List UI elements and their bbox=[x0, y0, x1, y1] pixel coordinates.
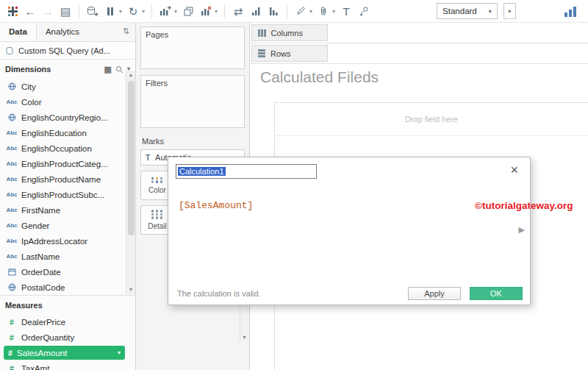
toolbar-separator bbox=[79, 4, 79, 18]
new-datasource-icon[interactable] bbox=[86, 4, 99, 18]
field-label: PostalCode bbox=[21, 283, 65, 292]
pane-swap-icon[interactable]: ⇅ bbox=[123, 23, 135, 41]
new-worksheet-caret-icon[interactable]: ▾ bbox=[174, 8, 177, 15]
database-icon bbox=[5, 46, 14, 55]
field-row[interactable]: Abc LastName bbox=[0, 249, 135, 264]
field-row[interactable]: Abc EnglishProductName bbox=[0, 171, 135, 187]
abc-icon: Abc bbox=[7, 99, 17, 105]
chevron-down-icon[interactable]: ▾ bbox=[118, 349, 121, 356]
swap-rows-columns-icon[interactable]: ⇄ bbox=[232, 4, 245, 18]
field-row[interactable]: OrderDate bbox=[0, 264, 135, 280]
show-me-icon[interactable] bbox=[564, 5, 576, 17]
main-toolbar: ← → ▤ ▾ ↻ ▾ ▾ ▾ ⇄ ▾ ▾ T Standard ▾ ▾ bbox=[0, 0, 588, 23]
sort-descending-icon[interactable] bbox=[267, 4, 280, 18]
field-row[interactable]: # OrderQuantity bbox=[0, 330, 135, 345]
globe-icon bbox=[7, 82, 17, 90]
field-row[interactable]: Abc Color bbox=[0, 94, 135, 110]
new-worksheet-icon[interactable] bbox=[159, 4, 172, 18]
field-label: LastName bbox=[21, 252, 60, 261]
pages-label: Pages bbox=[146, 30, 168, 39]
scroll-up-icon[interactable]: ▲ bbox=[129, 71, 134, 79]
columns-label-text: Columns bbox=[271, 29, 303, 38]
scrollbar-thumb[interactable] bbox=[128, 81, 135, 235]
group-members-caret-icon[interactable]: ▾ bbox=[332, 8, 335, 15]
show-mark-labels-icon[interactable]: T bbox=[340, 4, 353, 18]
view-as-grid-icon[interactable]: ▦ bbox=[104, 65, 112, 74]
formula-editor[interactable]: [SalesAmount] bbox=[179, 200, 253, 211]
field-row[interactable]: # TaxAmt bbox=[0, 360, 135, 370]
field-row[interactable]: Abc FirstName bbox=[0, 202, 135, 218]
datasource-label: Custom SQL Query (Ad... bbox=[18, 46, 110, 55]
marks-card-label: Marks bbox=[140, 134, 245, 149]
apply-button[interactable]: Apply bbox=[408, 287, 461, 300]
field-row[interactable]: PostalCode bbox=[0, 280, 135, 295]
field-row[interactable]: Abc IpAddressLocator bbox=[0, 233, 135, 249]
sheet-title: Calculated Fileds bbox=[260, 68, 379, 86]
field-row[interactable]: Abc Gender bbox=[0, 218, 135, 233]
fields-scrollbar[interactable]: ▲ ▼ bbox=[126, 71, 135, 294]
abc-icon: Abc bbox=[7, 160, 17, 167]
tab-analytics[interactable]: Analytics bbox=[37, 23, 88, 41]
tab-data[interactable]: Data bbox=[0, 23, 37, 41]
find-field-icon[interactable] bbox=[115, 65, 123, 74]
pause-updates-icon[interactable] bbox=[104, 4, 117, 18]
dialog-buttons: Apply OK bbox=[408, 287, 523, 300]
clear-sheet-icon[interactable] bbox=[199, 4, 212, 18]
data-pane: Data Analytics ⇅ Custom SQL Query (Ad...… bbox=[0, 23, 136, 370]
ok-button[interactable]: OK bbox=[470, 287, 523, 300]
pause-updates-caret-icon[interactable]: ▾ bbox=[119, 8, 122, 15]
color-dots-icon bbox=[151, 177, 164, 183]
number-icon: # bbox=[7, 364, 17, 370]
duplicate-sheet-icon[interactable] bbox=[182, 4, 195, 18]
text-mark-icon: T bbox=[146, 154, 150, 162]
measures-header: Measures bbox=[0, 295, 135, 314]
formula-text: [SalesAmount] bbox=[179, 200, 253, 211]
rows-shelf[interactable]: Rows bbox=[250, 43, 588, 64]
abc-icon: Abc bbox=[7, 145, 17, 152]
calculation-name-input[interactable]: Calculation1 bbox=[176, 164, 317, 179]
filters-shelf[interactable]: Filters bbox=[140, 75, 245, 128]
selected-field-pill[interactable]: # SalesAmount ▾ bbox=[4, 346, 125, 360]
watermark-text: ©tutorialgateway.org bbox=[475, 200, 573, 211]
field-row[interactable]: Abc EnglishProductSubc... bbox=[0, 187, 135, 202]
number-icon: # bbox=[7, 333, 17, 342]
toolbar-separator bbox=[224, 4, 225, 18]
highlight-icon[interactable] bbox=[294, 4, 307, 18]
redo-icon[interactable]: → bbox=[41, 4, 54, 18]
abc-icon: Abc bbox=[7, 238, 17, 244]
close-icon[interactable]: × bbox=[510, 163, 518, 177]
calculation-editor-dialog: Calculation1 × [SalesAmount] ▶ The calcu… bbox=[168, 157, 531, 305]
group-members-icon[interactable] bbox=[317, 4, 330, 18]
fix-axes-icon[interactable] bbox=[357, 4, 370, 18]
field-row[interactable]: City bbox=[0, 79, 135, 94]
clear-sheet-caret-icon[interactable]: ▾ bbox=[215, 8, 218, 15]
field-row[interactable]: EnglishCountryRegio... bbox=[0, 110, 135, 125]
run-update-caret-icon[interactable]: ▾ bbox=[142, 8, 145, 15]
run-update-icon[interactable]: ↻ bbox=[126, 4, 140, 18]
tableau-logo-icon[interactable] bbox=[6, 4, 19, 18]
rows-icon bbox=[258, 49, 265, 57]
save-icon[interactable]: ▤ bbox=[59, 4, 72, 18]
datasource-item[interactable]: Custom SQL Query (Ad... bbox=[0, 42, 135, 60]
fit-selector-dropdown[interactable]: Standard ▾ bbox=[437, 3, 498, 19]
field-label: DealerPrice bbox=[21, 318, 65, 327]
scroll-down-icon[interactable]: ▼ bbox=[129, 285, 134, 294]
field-row[interactable]: Abc EnglishEducation bbox=[0, 125, 135, 140]
columns-shelf[interactable]: Columns bbox=[250, 23, 588, 43]
toolbar-separator bbox=[287, 4, 287, 18]
highlight-caret-icon[interactable]: ▾ bbox=[309, 8, 312, 15]
calendar-icon bbox=[7, 268, 17, 276]
field-row[interactable]: Abc EnglishOccupation bbox=[0, 140, 135, 156]
sort-ascending-icon[interactable] bbox=[249, 4, 262, 18]
fit-axes-caret-button[interactable]: ▾ bbox=[503, 3, 516, 19]
undo-icon[interactable]: ← bbox=[24, 4, 37, 18]
field-row-selected[interactable]: # SalesAmount ▾ bbox=[0, 345, 135, 360]
field-label: TaxAmt bbox=[21, 364, 49, 370]
functions-pane-expander-icon[interactable]: ▶ bbox=[519, 225, 525, 235]
drop-field-zone[interactable]: Drop field here bbox=[275, 103, 588, 136]
field-row[interactable]: # DealerPrice bbox=[0, 314, 135, 330]
field-row[interactable]: Abc EnglishProductCateg... bbox=[0, 156, 135, 171]
scroll-down-icon[interactable]: ▼ bbox=[242, 333, 247, 342]
pages-shelf[interactable]: Pages bbox=[140, 26, 245, 69]
color-button-label: Color bbox=[148, 186, 166, 194]
